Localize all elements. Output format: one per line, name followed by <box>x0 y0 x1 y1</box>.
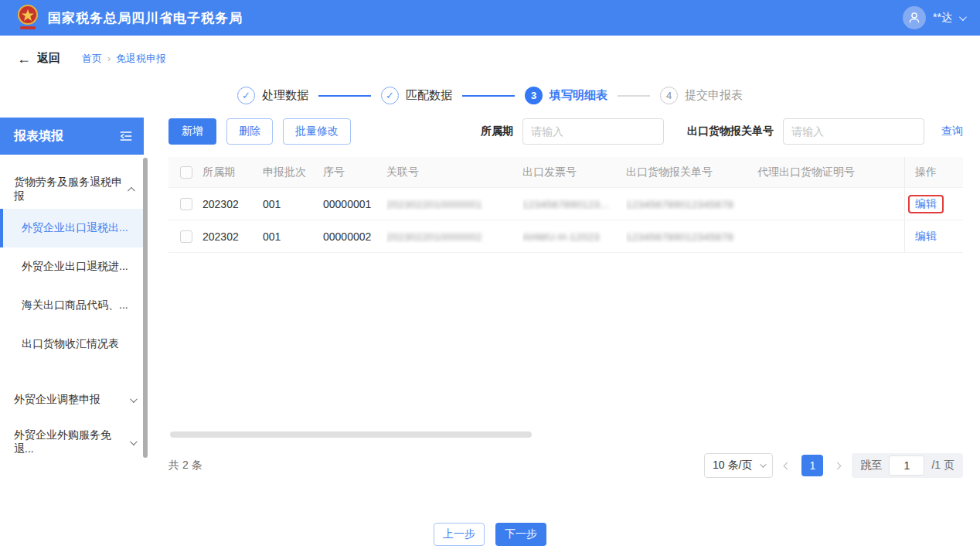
table-row: 202302 001 00000002 2023022010000002 AHW… <box>168 220 963 253</box>
cell-batch: 001 <box>263 198 323 210</box>
breadcrumb: 首页 › 免退税申报 <box>82 52 166 66</box>
header-invoice-no: 出口发票号 <box>522 165 626 179</box>
breadcrumb-bar: ← 返回 首页 › 免退税申报 <box>0 36 980 66</box>
pagination: 10 条/页 1 跳至 /1 页 <box>704 453 963 478</box>
sidebar-item-label: 海关出口商品代码、... <box>22 298 128 312</box>
sidebar-group-label: 外贸企业调整申报 <box>14 393 100 407</box>
back-arrow-icon: ← <box>17 52 31 66</box>
breadcrumb-home[interactable]: 首页 <box>82 52 102 66</box>
step-1: ✓ 处理数据 <box>237 87 308 104</box>
step-2-check-icon: ✓ <box>381 87 399 104</box>
back-button[interactable]: ← 返回 <box>17 51 60 66</box>
back-label: 返回 <box>37 51 60 66</box>
chevron-down-icon <box>130 395 138 403</box>
chevron-right-icon <box>834 462 842 469</box>
chevron-down-icon <box>130 438 138 445</box>
edit-link[interactable]: 编辑 <box>915 197 937 210</box>
step-1-check-icon: ✓ <box>237 87 255 104</box>
sidebar-item-customs-commodity-code[interactable]: 海关出口商品代码、... <box>0 286 148 325</box>
chevron-down-icon <box>959 13 967 21</box>
page-size-value: 10 条/页 <box>713 459 752 472</box>
menu-collapse-icon[interactable] <box>118 128 134 144</box>
customs-no-filter-label: 出口货物报关单号 <box>687 125 774 138</box>
detail-table: 所属期 申报批次 序号 关联号 出口发票号 出口货物报关单号 代理出口货物证明号… <box>168 157 963 253</box>
step-4-number-icon: 4 <box>660 87 678 104</box>
previous-step-button[interactable]: 上一步 <box>434 523 485 546</box>
header-period: 所属期 <box>202 165 263 179</box>
step-3-label: 填写明细表 <box>550 88 607 103</box>
header-customs-no: 出口货物报关单号 <box>626 165 757 179</box>
toolbar: 新增 删除 批量修改 所属期 出口货物报关单号 查询 <box>168 118 963 145</box>
cell-period: 202302 <box>202 230 263 243</box>
cell-linked-no-masked: 2023022010000002 <box>386 231 482 243</box>
period-filter-label: 所属期 <box>481 125 513 138</box>
username: **达 <box>933 11 952 25</box>
sidebar-group-label: 货物劳务及服务退税申报 <box>14 176 130 203</box>
delete-button[interactable]: 删除 <box>226 118 273 145</box>
chevron-left-icon <box>784 462 791 469</box>
step-4-label: 提交申报表 <box>685 88 743 103</box>
step-indicator: ✓ 处理数据 ✓ 匹配数据 3 填写明细表 4 提交申报表 <box>237 87 743 104</box>
step-connector <box>318 95 371 97</box>
tax-bureau-emblem-logo <box>15 5 40 31</box>
cell-linked-no-masked: 2023022010000001 <box>386 199 482 210</box>
prev-page-button[interactable] <box>781 463 794 469</box>
person-icon <box>907 11 921 25</box>
sidebar-group-label: 外贸企业外购服务免退... <box>14 428 130 456</box>
sidebar-vertical-scrollbar[interactable] <box>143 158 148 458</box>
header-action: 操作 <box>904 157 963 187</box>
sidebar: 报表填报 货物劳务及服务退税申报 外贸企业出口退税出... 外贸企业出口退税进.… <box>0 118 148 462</box>
add-button[interactable]: 新增 <box>168 118 216 145</box>
step-1-label: 处理数据 <box>262 88 308 103</box>
row-checkbox[interactable] <box>180 198 192 210</box>
table-horizontal-scrollbar[interactable] <box>170 431 532 438</box>
breadcrumb-separator: › <box>107 53 111 64</box>
step-3-number-icon: 3 <box>525 87 543 104</box>
next-step-button[interactable]: 下一步 <box>495 523 546 546</box>
cell-customs-no-masked: 123456789012345678 <box>626 199 733 210</box>
step-connector <box>462 95 515 97</box>
next-page-button[interactable] <box>831 463 844 469</box>
edit-highlight-box: 编辑 <box>908 195 944 213</box>
user-avatar[interactable] <box>903 6 926 29</box>
sidebar-group-adjustment-declaration[interactable]: 外贸企业调整申报 <box>0 380 148 419</box>
header-batch: 申报批次 <box>263 165 323 179</box>
search-button[interactable]: 查询 <box>941 125 963 138</box>
step-2-label: 匹配数据 <box>406 88 452 103</box>
main-content: 新增 删除 批量修改 所属期 出口货物报关单号 查询 所属期 申报批次 序号 关… <box>168 118 963 481</box>
batch-edit-button[interactable]: 批量修改 <box>283 118 351 145</box>
sidebar-item-export-refund-out[interactable]: 外贸企业出口退税出... <box>0 209 148 247</box>
table-row: 202302 001 00000001 2023022010000001 123… <box>168 188 963 220</box>
step-2: ✓ 匹配数据 <box>381 87 452 104</box>
period-filter-input[interactable] <box>522 118 664 145</box>
sidebar-item-export-refund-in[interactable]: 外贸企业出口退税进... <box>0 247 148 286</box>
jump-page-input[interactable] <box>889 455 924 476</box>
edit-link[interactable]: 编辑 <box>915 230 937 244</box>
header-seq: 序号 <box>323 165 386 179</box>
sidebar-item-label: 外贸企业出口退税出... <box>22 221 128 235</box>
header-agent-cert-no: 代理出口货物证明号 <box>757 165 904 179</box>
select-all-checkbox[interactable] <box>180 166 192 179</box>
breadcrumb-current[interactable]: 免退税申报 <box>116 52 166 66</box>
sidebar-menu: 货物劳务及服务退税申报 外贸企业出口退税出... 外贸企业出口退税进... 海关… <box>0 155 148 462</box>
wizard-actions: 上一步 下一步 <box>434 523 546 546</box>
sidebar-group-goods-services-refund[interactable]: 货物劳务及服务退税申报 <box>0 170 148 209</box>
page-number-1[interactable]: 1 <box>801 455 823 476</box>
header-linked-no: 关联号 <box>386 165 522 179</box>
user-menu[interactable]: **达 <box>903 6 965 29</box>
jump-label: 跳至 <box>860 459 882 472</box>
sidebar-group-purchased-services[interactable]: 外贸企业外购服务免退... <box>0 423 148 462</box>
cell-batch: 001 <box>263 230 323 243</box>
table-header-row: 所属期 申报批次 序号 关联号 出口发票号 出口货物报关单号 代理出口货物证明号… <box>168 157 963 188</box>
app-root: 国家税务总局四川省电子税务局 **达 ← 返回 首页 › 免退税申报 ✓ <box>0 0 980 556</box>
page-size-select[interactable]: 10 条/页 <box>704 453 773 478</box>
row-checkbox[interactable] <box>180 230 192 243</box>
sidebar-item-export-goods-fx-receipt[interactable]: 出口货物收汇情况表 <box>0 325 148 363</box>
sidebar-title: 报表填报 <box>14 128 63 145</box>
table-footer: 共 2 条 10 条/页 1 跳至 /1 页 <box>168 453 963 478</box>
page-count: /1 页 <box>931 459 954 472</box>
page-jump-box: 跳至 /1 页 <box>852 453 963 478</box>
customs-no-filter-input[interactable] <box>783 118 924 145</box>
cell-period: 202302 <box>202 198 263 210</box>
chevron-down-icon <box>761 461 767 467</box>
